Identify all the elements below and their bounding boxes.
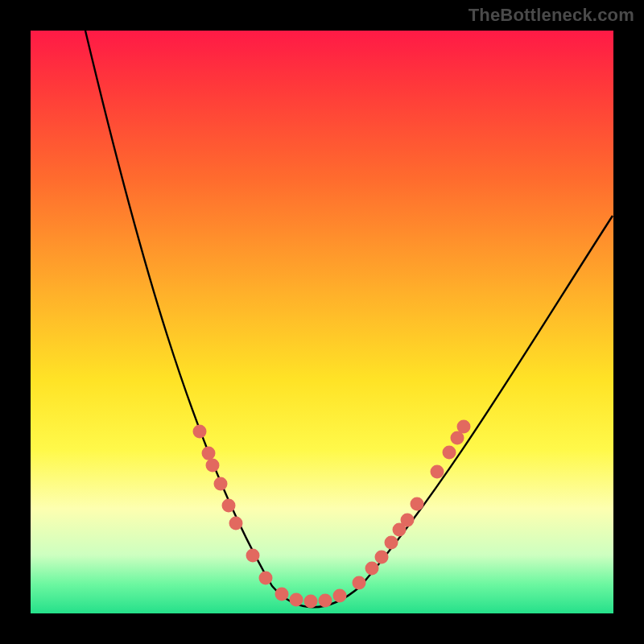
bottleneck-curve [85,31,613,607]
data-marker [290,593,303,607]
curve-svg [31,31,613,613]
data-marker [246,549,260,563]
data-marker [431,465,444,479]
data-marker [229,517,243,530]
markers-left [193,425,273,585]
data-marker [206,459,220,473]
data-marker [304,595,318,609]
watermark-text: TheBottleneck.com [469,5,634,26]
data-marker [365,562,379,576]
data-marker [457,420,471,434]
data-marker [259,572,273,585]
data-marker [411,497,424,511]
data-marker [214,477,228,491]
chart-frame: TheBottleneck.com [0,0,644,644]
data-marker [375,551,389,564]
data-marker [319,594,332,608]
data-marker [443,446,456,460]
data-marker [401,514,415,527]
data-marker [333,589,347,603]
data-marker [202,447,216,460]
plot-area [31,31,613,613]
data-marker [353,576,366,590]
markers-bottom [275,588,347,609]
data-marker [193,425,207,439]
data-marker [222,499,236,513]
data-marker [275,588,289,601]
markers-right [353,420,471,590]
data-marker [385,536,398,550]
